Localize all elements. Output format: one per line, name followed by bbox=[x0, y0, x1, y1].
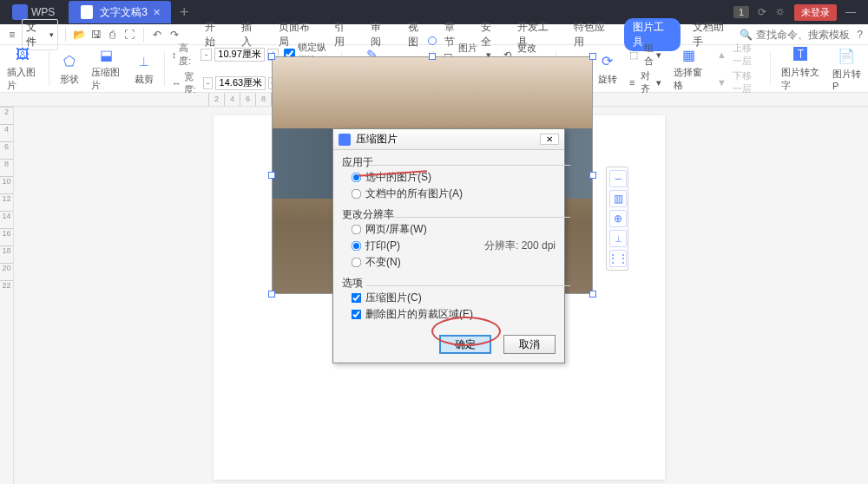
resize-handle-ml[interactable] bbox=[268, 172, 275, 179]
undo-icon[interactable]: ↶ bbox=[151, 28, 164, 42]
app-brand: WPS bbox=[5, 4, 62, 20]
width-minus[interactable]: - bbox=[203, 77, 213, 89]
width-label: 宽度: bbox=[184, 70, 201, 96]
up-layer-icon: ▲ bbox=[717, 49, 727, 60]
pic-to-text-button[interactable]: 🆃图片转文字 bbox=[778, 45, 824, 92]
app-name: WPS bbox=[31, 6, 55, 18]
fb-zoom-icon[interactable]: ⊕ bbox=[609, 210, 627, 227]
tab-special[interactable]: 特色应用 bbox=[569, 18, 617, 51]
crop-icon: ⟂ bbox=[135, 52, 154, 71]
width-icon: ↔ bbox=[172, 78, 181, 88]
dialog-icon bbox=[339, 134, 351, 146]
shape-icon: ⬠ bbox=[60, 52, 79, 71]
svg-rect-0 bbox=[12, 4, 28, 20]
resize-handle-tm[interactable] bbox=[429, 53, 436, 60]
document-tab-label: 文字文稿3 bbox=[100, 5, 148, 20]
fb-more-icon[interactable]: ⋮⋮ bbox=[609, 250, 627, 267]
compress-picture-button[interactable]: ⬓压缩图片 bbox=[88, 45, 126, 92]
settings-icon[interactable]: ⛭ bbox=[775, 6, 786, 18]
search-icon: 🔍 bbox=[740, 29, 753, 41]
wps-logo-icon bbox=[12, 4, 28, 20]
resolution-legend: 更改分辨率 bbox=[342, 207, 556, 222]
sync-icon[interactable]: ⟳ bbox=[758, 6, 766, 18]
height-input[interactable] bbox=[214, 48, 265, 62]
height-minus[interactable]: - bbox=[201, 49, 212, 61]
svg-rect-1 bbox=[81, 5, 93, 19]
fb-layout-icon[interactable]: ▥ bbox=[609, 190, 627, 207]
tab-close-icon[interactable]: ✕ bbox=[153, 7, 161, 18]
rotate-button[interactable]: ⟳旋转 bbox=[595, 52, 621, 86]
fb-crop-icon[interactable]: ⟂ bbox=[609, 230, 627, 247]
group-icon: ⬚ bbox=[629, 49, 638, 61]
hamburger-icon[interactable]: ≡ bbox=[5, 28, 18, 42]
checkbox-crop-area[interactable]: 删除图片的剪裁区域(E) bbox=[342, 306, 556, 323]
radio-nochange[interactable]: 不变(N) bbox=[342, 254, 556, 271]
search-box[interactable]: 🔍 bbox=[740, 29, 852, 41]
new-tab-button[interactable]: + bbox=[180, 3, 189, 22]
help-icon[interactable]: ? bbox=[857, 29, 863, 41]
resize-handle-tr[interactable] bbox=[589, 53, 596, 60]
cancel-button[interactable]: 取消 bbox=[503, 335, 556, 354]
open-icon[interactable]: 📂 bbox=[73, 28, 86, 42]
fb-minus-icon[interactable]: – bbox=[609, 170, 627, 187]
rotation-handle[interactable] bbox=[428, 36, 437, 45]
rotate-icon: ⟳ bbox=[598, 52, 617, 71]
resize-handle-mr[interactable] bbox=[589, 172, 596, 179]
preview-icon[interactable]: ⛶ bbox=[123, 28, 136, 42]
pic-to-pdf-button[interactable]: 📄图片转P bbox=[829, 47, 865, 91]
search-input[interactable] bbox=[756, 29, 852, 41]
crop-button[interactable]: ⟂裁剪 bbox=[131, 52, 157, 86]
bring-forward-button: ▲ 上移一层 bbox=[713, 42, 763, 68]
down-layer-icon: ▼ bbox=[717, 77, 727, 88]
shape-button[interactable]: ⬠形状 bbox=[56, 52, 82, 86]
select-pane-button[interactable]: ▦选择窗格 bbox=[670, 45, 708, 92]
ocr-icon: 🆃 bbox=[791, 45, 810, 64]
redo-icon[interactable]: ↷ bbox=[168, 28, 181, 42]
login-button[interactable]: 未登录 bbox=[794, 4, 837, 21]
ok-button[interactable]: 确定 bbox=[439, 335, 491, 354]
doc-icon bbox=[79, 4, 95, 20]
height-icon: ↕ bbox=[172, 49, 177, 60]
radio-selected-pictures[interactable]: 选中的图片(S) bbox=[342, 169, 556, 186]
radio-all-pictures[interactable]: 文档中的所有图片(A) bbox=[342, 186, 556, 202]
apply-to-legend: 应用于 bbox=[342, 155, 556, 170]
radio-print[interactable]: 打印(P)分辨率: 200 dpi bbox=[342, 238, 556, 254]
chevron-down-icon: ▾ bbox=[656, 49, 661, 61]
options-legend: 选项 bbox=[342, 276, 556, 291]
combine-button[interactable]: ⬚ 组合▾ bbox=[626, 42, 665, 68]
titlebar-index[interactable]: 1 bbox=[733, 6, 749, 18]
resize-handle-bl[interactable] bbox=[268, 291, 275, 298]
dialog-titlebar[interactable]: 压缩图片 ✕ bbox=[333, 129, 564, 150]
insert-picture-button[interactable]: 🖼插入图片 bbox=[3, 45, 42, 92]
vertical-ruler: 246810121416182022 bbox=[0, 107, 14, 484]
image-icon: 🖼 bbox=[13, 45, 32, 64]
pdf-icon: 📄 bbox=[837, 47, 856, 66]
height-label: 高度: bbox=[179, 42, 198, 68]
document-tab[interactable]: 文字文稿3 ✕ bbox=[69, 1, 171, 23]
dialog-close-button[interactable]: ✕ bbox=[540, 134, 559, 145]
resize-handle-tl[interactable] bbox=[268, 53, 275, 60]
checkbox-compress[interactable]: 压缩图片(C) bbox=[342, 290, 556, 306]
send-backward-button: ▼ 下移一层 bbox=[713, 69, 763, 95]
width-input[interactable] bbox=[215, 76, 266, 90]
save-icon[interactable]: 🖫 bbox=[89, 28, 102, 42]
align-icon: ≡ bbox=[629, 77, 635, 88]
pane-icon: ▦ bbox=[680, 45, 699, 64]
tab-view[interactable]: 视图 bbox=[403, 18, 432, 51]
radio-web[interactable]: 网页/屏幕(W) bbox=[342, 221, 556, 238]
image-floating-toolbar: – ▥ ⊕ ⟂ ⋮⋮ bbox=[606, 167, 628, 271]
compress-icon: ⬓ bbox=[97, 45, 116, 64]
dialog-title: 压缩图片 bbox=[356, 132, 398, 147]
print-icon[interactable]: ⎙ bbox=[106, 28, 119, 42]
chevron-down-icon: ▾ bbox=[656, 77, 661, 88]
compress-picture-dialog: 压缩图片 ✕ 应用于 选中的图片(S) 文档中的所有图片(A) 更改分辨率 网页… bbox=[332, 128, 565, 363]
minimize-icon[interactable]: — bbox=[845, 6, 856, 18]
chevron-down-icon: ▾ bbox=[49, 30, 54, 39]
align-button[interactable]: ≡ 对齐▾ bbox=[626, 69, 665, 95]
resize-handle-br[interactable] bbox=[589, 291, 596, 298]
size-controls: ↕ 高度: - + ↔ 宽度: - + bbox=[172, 42, 279, 96]
